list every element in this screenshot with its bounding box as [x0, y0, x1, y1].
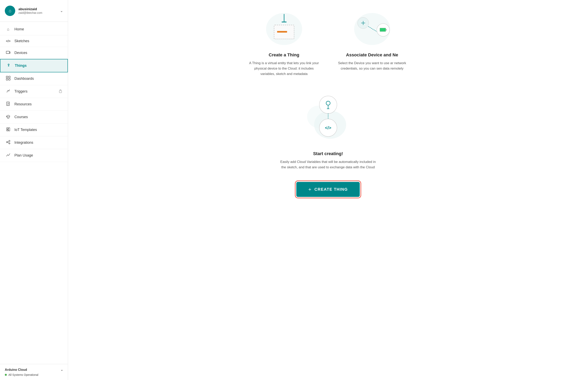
associate-device-description: Select the Device you want to use ar net… — [336, 60, 408, 71]
svg-rect-16 — [8, 128, 10, 131]
things-icon — [6, 63, 11, 68]
courses-icon — [6, 114, 11, 120]
system-status: All Systems Operational — [5, 373, 63, 376]
content-area: Create a Thing A Thing is a virtual enti… — [238, 12, 418, 197]
create-thing-card: Create a Thing A Thing is a virtual enti… — [248, 12, 320, 77]
svg-rect-9 — [59, 91, 62, 93]
home-icon: ⌂ — [6, 27, 11, 32]
svg-rect-30 — [380, 28, 386, 32]
main-content: Create a Thing A Thing is a virtual enti… — [68, 0, 588, 380]
iot-templates-icon — [6, 127, 11, 133]
svg-line-21 — [8, 142, 9, 143]
svg-text:</>: </> — [325, 125, 331, 130]
footer-chevron-icon: ⌄ — [61, 368, 63, 372]
user-name: abusinizaid — [19, 7, 57, 11]
status-dot-icon — [5, 374, 7, 376]
svg-point-37 — [319, 96, 337, 114]
create-thing-visual — [264, 12, 304, 47]
svg-point-18 — [9, 140, 10, 142]
sidebar-item-label: Home — [14, 27, 62, 31]
sidebar-footer: Arduino Cloud ⌄ All Systems Operational — [0, 364, 68, 380]
sidebar-item-courses[interactable]: Courses — [0, 111, 68, 124]
sidebar: ⌂ abusinizaid zaid@ibtechar.com ⌄ ⌂ Home… — [0, 0, 68, 380]
sidebar-item-devices[interactable]: Devices — [0, 47, 68, 59]
info-cards-row: Create a Thing A Thing is a virtual enti… — [238, 12, 418, 77]
code-icon: </> — [6, 39, 11, 43]
svg-point-19 — [9, 143, 10, 144]
associate-device-visual — [352, 12, 392, 47]
svg-rect-26 — [277, 31, 287, 33]
devices-icon — [6, 51, 11, 55]
svg-rect-14 — [7, 128, 8, 129]
lock-icon — [59, 89, 62, 94]
create-thing-button-label: CREATE THING — [315, 187, 348, 192]
plan-usage-icon — [6, 153, 11, 158]
sidebar-item-label: IoT Templates — [14, 128, 62, 132]
svg-rect-7 — [6, 78, 8, 80]
svg-rect-6 — [9, 76, 10, 78]
sidebar-item-label: Plan Usage — [14, 153, 62, 157]
sidebar-nav: ⌂ Home </> Sketches Devices — [0, 22, 68, 364]
integrations-icon — [6, 140, 11, 145]
resources-icon — [6, 102, 11, 107]
svg-rect-0 — [6, 51, 9, 54]
start-creating-title: Start creating! — [313, 151, 343, 156]
sidebar-item-label: Things — [15, 64, 62, 68]
start-creating-description: Easily add Cloud Variables that will be … — [278, 159, 378, 170]
sidebar-item-label: Devices — [14, 51, 62, 55]
sidebar-item-integrations[interactable]: Integrations — [0, 136, 68, 149]
home-avatar-icon: ⌂ — [9, 8, 11, 13]
svg-rect-5 — [6, 76, 8, 78]
start-creating-card: </> Start creating! Easily add Cloud Var… — [278, 89, 378, 170]
sidebar-item-label: Integrations — [14, 141, 62, 145]
user-info: abusinizaid zaid@ibtechar.com — [19, 7, 57, 14]
associate-device-title: Associate Device and Ne — [346, 52, 398, 57]
sidebar-item-iot-templates[interactable]: IoT Templates — [0, 124, 68, 136]
plus-icon: + — [308, 186, 312, 192]
start-creating-visual: </> — [304, 89, 352, 146]
sidebar-item-resources[interactable]: Resources — [0, 98, 68, 111]
sidebar-item-label: Courses — [14, 115, 62, 119]
svg-rect-8 — [9, 78, 10, 80]
avatar: ⌂ — [5, 6, 15, 16]
triggers-icon — [6, 89, 11, 94]
sidebar-item-things[interactable]: Things — [0, 59, 68, 72]
svg-rect-15 — [7, 130, 8, 131]
sidebar-item-plan-usage[interactable]: Plan Usage — [0, 149, 68, 162]
create-thing-title: Create a Thing — [269, 52, 299, 57]
user-email: zaid@ibtechar.com — [19, 11, 57, 14]
svg-rect-24 — [282, 21, 287, 22]
sidebar-item-label: Dashboards — [14, 76, 62, 81]
sidebar-item-home[interactable]: ⌂ Home — [0, 23, 68, 35]
sidebar-item-dashboards[interactable]: Dashboards — [0, 72, 68, 85]
user-profile[interactable]: ⌂ abusinizaid zaid@ibtechar.com ⌄ — [0, 0, 68, 22]
arduino-cloud-title[interactable]: Arduino Cloud ⌄ — [5, 368, 63, 372]
svg-point-2 — [8, 64, 9, 65]
svg-rect-10 — [7, 102, 9, 106]
sidebar-item-label: Resources — [14, 102, 62, 106]
svg-line-20 — [8, 141, 9, 142]
svg-rect-31 — [386, 29, 387, 31]
svg-point-17 — [6, 142, 8, 143]
associate-device-card: Associate Device and Ne Select the Devic… — [336, 12, 408, 77]
create-thing-button-wrapper: + CREATE THING — [296, 182, 360, 197]
sidebar-item-triggers[interactable]: Triggers — [0, 85, 68, 98]
profile-dropdown-icon[interactable]: ⌄ — [60, 9, 63, 13]
create-thing-description: A Thing is a virtual entity that lets yo… — [248, 60, 320, 77]
sidebar-item-label: Triggers — [14, 89, 55, 94]
dashboards-icon — [6, 76, 11, 81]
sidebar-item-label: Sketches — [14, 39, 62, 43]
create-thing-button[interactable]: + CREATE THING — [296, 182, 360, 197]
svg-rect-1 — [10, 52, 10, 53]
sidebar-item-sketches[interactable]: </> Sketches — [0, 35, 68, 47]
